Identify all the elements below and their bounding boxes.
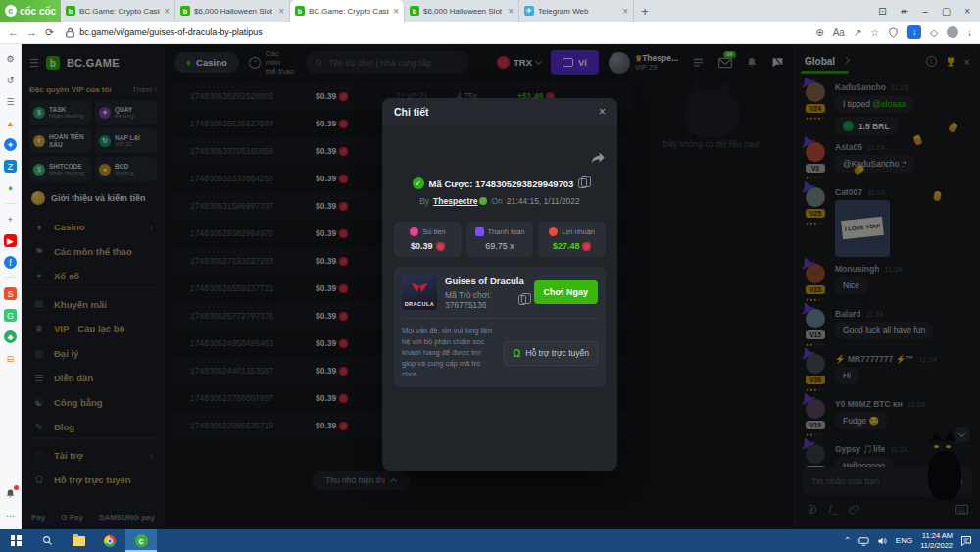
browser-tab[interactable]: b BC.Game: Crypto Casino Gam × <box>290 0 405 22</box>
play-now-button[interactable]: Chơi Ngay <box>534 280 598 304</box>
messenger-icon[interactable]: ✦ <box>4 138 17 151</box>
address-bar-actions: ⊕ Aa ↗ ☆ ↓ ◇ ↓ <box>815 25 972 39</box>
game-thumbnail[interactable]: DRACULA <box>402 275 437 310</box>
notifications-bell-icon[interactable] <box>4 487 17 500</box>
back-icon[interactable]: ← <box>8 26 19 38</box>
game-id-line: Mã Trò chơi: 376775136 <box>445 290 526 310</box>
bat-icon <box>410 282 429 292</box>
tab-label: Telegram Web <box>538 7 618 16</box>
browser-logo[interactable]: c cốc cốc <box>0 0 61 22</box>
file-explorer-icon[interactable] <box>63 529 94 552</box>
reading-list-icon[interactable]: ☰ <box>4 95 17 108</box>
volume-icon[interactable] <box>877 536 888 546</box>
stat-amount: Số tiền $0.39 <box>394 222 462 257</box>
stat-payout: Thanh toán 69.75 x <box>466 222 534 257</box>
adblock-shield-icon[interactable] <box>888 27 899 38</box>
windows-taskbar: c ⌃ ENG 11:24 AM11/2/2022 <box>0 529 980 552</box>
tab-close-icon[interactable]: × <box>508 6 514 17</box>
hot-trending-icon[interactable]: ▲ <box>4 117 17 129</box>
screen: c cốc cốc b BC.Game: Crypto Casino Gam ×… <box>0 0 980 552</box>
modal-body: ✓ Mã Cược: 1748305293829949703 By Thespe… <box>382 125 617 395</box>
tab-label: BC.Game: Crypto Casino Gam <box>79 7 160 16</box>
minimize-button[interactable]: – <box>922 6 928 17</box>
language-indicator[interactable]: ENG <box>896 536 912 545</box>
shopee-icon[interactable]: S <box>4 287 17 300</box>
browser-tab[interactable]: b $6,000 Halloween Slot Battle × <box>175 0 290 22</box>
notification-dot <box>14 485 19 490</box>
browser-profile-avatar[interactable] <box>947 26 958 38</box>
add-shortcut-icon[interactable]: + <box>4 213 17 226</box>
tab-close-icon[interactable]: × <box>164 6 170 17</box>
taskbar-search-icon[interactable] <box>31 529 63 552</box>
close-button[interactable]: × <box>964 6 970 17</box>
forward-icon[interactable]: → <box>26 26 37 38</box>
taskbar-clock[interactable]: 11:24 AM11/2/2022 <box>920 531 953 550</box>
settings-gear-icon[interactable]: ⚙ <box>4 52 17 65</box>
chrome-icon[interactable] <box>94 529 125 552</box>
live-support-button[interactable]: ΩHỗ trợ trực tuyến <box>504 341 598 366</box>
divider <box>5 277 17 278</box>
profit-icon <box>549 227 558 236</box>
tab-close-icon[interactable]: × <box>622 6 628 17</box>
tab-list: b BC.Game: Crypto Casino Gam × b $6,000 … <box>61 0 634 22</box>
app-shortcut-icon[interactable]: G <box>4 309 17 322</box>
extension-icon[interactable]: ◇ <box>930 27 938 38</box>
tab-favicon: ✈ <box>524 6 534 16</box>
share-icon[interactable]: ↗ <box>854 27 861 38</box>
frog-emoji-icon <box>479 197 487 205</box>
tab-favicon: b <box>180 6 190 16</box>
coccoc-logo-icon: c <box>5 5 17 17</box>
download-manager-icon[interactable]: ↓ <box>907 25 921 39</box>
tab-favicon: b <box>410 6 419 16</box>
browser-tab[interactable]: b $6,000 Halloween Slot Battle × <box>405 0 519 22</box>
game-name: Guises of Dracula <box>445 276 526 286</box>
new-tab-button[interactable]: + <box>634 0 656 22</box>
url-text: bc.game/vi/game/guises-of-dracula-by-pla… <box>79 27 263 37</box>
copy-icon[interactable] <box>578 178 587 188</box>
gamepad-icon[interactable]: ♦ <box>4 181 17 194</box>
modal-header: Chi tiết × <box>382 98 617 125</box>
lock-icon <box>66 27 74 38</box>
bet-datetime: 21:44:15, 1/11/2022 <box>507 196 580 206</box>
browser-tab[interactable]: b BC.Game: Crypto Casino Gam × <box>61 0 175 22</box>
copy-icon[interactable] <box>518 295 525 305</box>
facebook-icon[interactable]: f <box>4 256 17 269</box>
maximize-button[interactable]: ▢ <box>942 6 951 17</box>
zalo-icon[interactable]: Z <box>4 160 17 173</box>
tab-close-icon[interactable]: × <box>278 6 284 17</box>
browser-tab-bar: c cốc cốc b BC.Game: Crypto Casino Gam ×… <box>0 0 980 22</box>
modal-title: Chi tiết <box>394 106 429 118</box>
start-button[interactable] <box>0 529 31 552</box>
action-center-icon[interactable] <box>960 535 972 546</box>
tab-close-icon[interactable]: × <box>393 6 399 17</box>
save-page-icon[interactable]: ⊕ <box>815 27 823 38</box>
amount-icon <box>410 227 418 236</box>
tray-expand-icon[interactable]: ⌃ <box>844 536 851 545</box>
help-text: Mọi vấn đề, xin vui lòng liên hệ với bộ … <box>402 326 496 379</box>
window-controls: ⊡ ↞ – ▢ × <box>868 0 980 22</box>
translate-icon[interactable]: Aa <box>833 27 845 38</box>
reload-icon[interactable]: ⟳ <box>45 26 54 39</box>
stat-profit: Lợi nhuận $27.48 <box>538 222 606 257</box>
reading-mode-icon[interactable]: ⊡ <box>878 6 886 17</box>
player-link[interactable]: Thespectre <box>433 196 487 206</box>
trx-coin-icon <box>582 242 591 251</box>
history-back-icon[interactable]: ↞ <box>901 6 908 17</box>
network-icon[interactable] <box>858 536 869 546</box>
game-card: DRACULA Guises of Dracula Mã Trò chơi: 3… <box>394 267 606 387</box>
browser-tab[interactable]: ✈ Telegram Web × <box>519 0 634 22</box>
bookmark-star-icon[interactable]: ☆ <box>870 27 879 38</box>
history-icon[interactable]: ↺ <box>4 74 17 86</box>
modal-close-icon[interactable]: × <box>599 105 606 119</box>
cart-icon[interactable]: ⊟ <box>4 352 17 365</box>
url-box[interactable]: bc.game/vi/game/guises-of-dracula-by-pla… <box>62 27 263 38</box>
app-shortcut-icon[interactable]: ♣ <box>4 330 17 343</box>
bet-id-line: ✓ Mã Cược: 1748305293829949703 <box>394 177 606 189</box>
share-bet-icon[interactable] <box>591 151 606 164</box>
youtube-icon[interactable]: ▶ <box>4 234 17 247</box>
more-options-icon[interactable]: ⋯ <box>4 509 17 522</box>
coccoc-taskbar-icon[interactable]: c <box>125 529 157 552</box>
verified-check-icon: ✓ <box>413 177 424 189</box>
downloads-icon[interactable]: ↓ <box>967 27 972 38</box>
payout-icon <box>475 227 484 236</box>
